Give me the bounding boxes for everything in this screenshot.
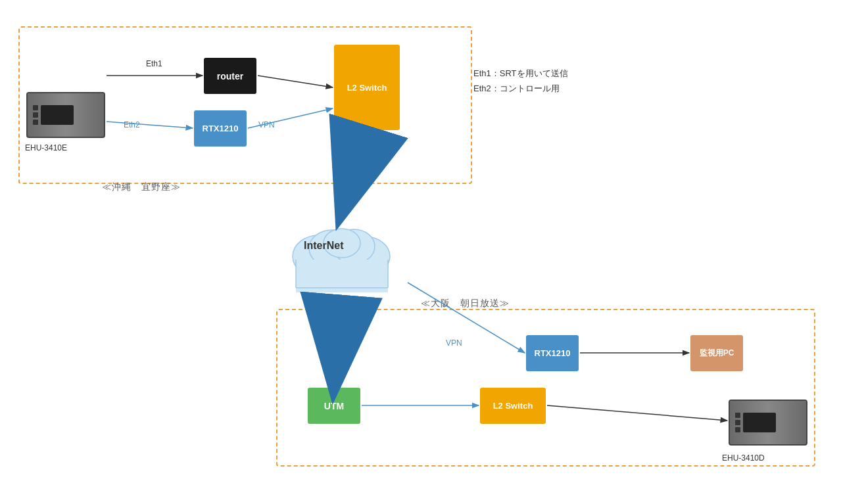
router-box: router bbox=[204, 58, 256, 94]
monitor-pc: 監視用PC bbox=[690, 335, 743, 371]
ehu-bottom-device bbox=[729, 400, 807, 446]
l2switch-bottom: L2 Switch bbox=[480, 388, 546, 424]
ehu-top-device bbox=[26, 92, 105, 138]
osaka-label: ≪大阪 朝日放送≫ bbox=[421, 298, 510, 309]
info-line2: Eth2：コントロール用 bbox=[473, 81, 568, 96]
ehu-bottom-label: EHU-3410D bbox=[722, 453, 765, 463]
diagram-container: ≪沖縄 宜野座≫ ≪大阪 朝日放送≫ EHU-3410E router L2 S… bbox=[0, 0, 841, 504]
eth1-label: Eth1 bbox=[146, 59, 162, 68]
rtx-top: RTX1210 bbox=[194, 110, 247, 147]
l2switch-top: L2 Switch bbox=[334, 45, 400, 130]
okinawa-label: ≪沖縄 宜野座≫ bbox=[102, 181, 181, 193]
ehu-top-label: EHU-3410E bbox=[25, 143, 67, 152]
utm-box: UTM bbox=[308, 388, 360, 424]
info-text: Eth1：SRTを用いて送信 Eth2：コントロール用 bbox=[473, 66, 568, 97]
eth2-label: Eth2 bbox=[124, 120, 140, 129]
vpn-top-label: VPN bbox=[258, 120, 275, 129]
info-line1: Eth1：SRTを用いて送信 bbox=[473, 66, 568, 81]
internet-label: InterNet bbox=[304, 240, 343, 252]
vpn-bottom-label: VPN bbox=[446, 338, 462, 348]
rtx-bottom: RTX1210 bbox=[526, 335, 579, 371]
